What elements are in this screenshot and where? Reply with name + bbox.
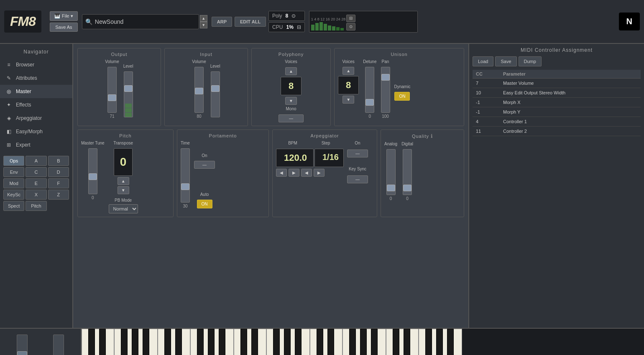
black-key[interactable] bbox=[447, 329, 454, 355]
portamento-time-value: 30 bbox=[183, 204, 187, 208]
ops-btn-ops[interactable]: Ops bbox=[3, 156, 24, 166]
sidebar-item-arpeggiator[interactable]: ◈ Arpeggiator bbox=[0, 112, 72, 125]
output-level-fader[interactable] bbox=[124, 71, 133, 117]
unison-voices-down[interactable]: ▼ bbox=[342, 96, 354, 104]
transpose-up[interactable]: ▲ bbox=[118, 177, 129, 185]
quality-analog-fader[interactable] bbox=[386, 149, 396, 195]
search-down-button[interactable]: ▼ bbox=[200, 22, 207, 28]
black-key[interactable] bbox=[219, 329, 225, 355]
sidebar-item-effects[interactable]: ✦ Effects bbox=[0, 98, 72, 112]
transpose-down[interactable]: ▼ bbox=[118, 186, 129, 194]
midi-table-row[interactable]: 4 Controller 1 bbox=[473, 117, 641, 127]
black-key[interactable] bbox=[404, 329, 410, 355]
black-key[interactable] bbox=[436, 329, 443, 355]
black-key[interactable] bbox=[99, 329, 106, 355]
midi-table-row[interactable]: 10 Easy Edit Output Stereo Width bbox=[473, 88, 641, 98]
portamento-auto-toggle[interactable]: ON bbox=[197, 200, 212, 208]
black-key[interactable] bbox=[393, 329, 399, 355]
ops-btn-f[interactable]: F bbox=[48, 178, 69, 188]
key-sync-btn[interactable]: — bbox=[347, 175, 368, 183]
midi-table-row[interactable]: 7 Master Volume bbox=[473, 79, 641, 88]
edit-all-button[interactable]: EDIT ALL bbox=[235, 17, 266, 27]
black-key[interactable] bbox=[164, 329, 171, 355]
quality-analog-label: Analog bbox=[384, 142, 397, 146]
preset-name-input[interactable] bbox=[82, 14, 199, 29]
black-key[interactable] bbox=[208, 329, 215, 355]
black-key[interactable] bbox=[273, 329, 280, 355]
midi-load-button[interactable]: Load bbox=[473, 56, 493, 66]
black-key[interactable] bbox=[371, 329, 378, 355]
black-key[interactable] bbox=[143, 329, 149, 355]
midi-table-row[interactable]: -1 Morph Y bbox=[473, 107, 641, 117]
sidebar-item-easy-morph[interactable]: ◧ Easy/Morph bbox=[0, 125, 72, 138]
black-key[interactable] bbox=[197, 329, 204, 355]
pb-mode-select[interactable]: Normal Hold bbox=[109, 204, 138, 213]
polyphony-title: Polyphony bbox=[255, 52, 327, 57]
mod-fader[interactable] bbox=[53, 335, 64, 355]
input-volume-fader[interactable] bbox=[194, 67, 204, 113]
ops-btn-env[interactable]: Env bbox=[3, 167, 24, 177]
unison-detune-fader[interactable] bbox=[365, 67, 374, 113]
step-up-btn[interactable]: ▶ bbox=[314, 169, 325, 177]
unison-voices-up[interactable]: ▲ bbox=[342, 67, 354, 75]
sidebar-item-attributes[interactable]: ✎ Attributes bbox=[0, 71, 72, 85]
black-key[interactable] bbox=[360, 329, 367, 355]
black-key[interactable] bbox=[251, 329, 258, 355]
portamento-time-fader[interactable] bbox=[181, 148, 190, 203]
poly-voices-down[interactable]: ▼ bbox=[285, 97, 297, 105]
input-level-fader[interactable] bbox=[211, 71, 220, 117]
black-key[interactable] bbox=[317, 329, 323, 355]
black-key[interactable] bbox=[121, 329, 128, 355]
midi-table-row[interactable]: 11 Controller 2 bbox=[473, 127, 641, 136]
arp-on-btn[interactable]: — bbox=[347, 150, 368, 157]
black-key[interactable] bbox=[349, 329, 356, 355]
master-tune-fader[interactable] bbox=[88, 148, 97, 194]
bpm-down-btn[interactable]: ◀ bbox=[276, 169, 287, 177]
mono-toggle[interactable]: — bbox=[279, 114, 304, 122]
black-key[interactable] bbox=[425, 329, 432, 355]
poly-voices-up[interactable]: ▲ bbox=[285, 67, 297, 75]
ops-btn-pitch[interactable]: Pitch bbox=[26, 201, 46, 211]
midi-dump-button[interactable]: Dump bbox=[519, 56, 542, 66]
unison-pan-fader[interactable] bbox=[381, 67, 390, 113]
keys-container bbox=[82, 329, 644, 355]
quality-info-icon[interactable]: ℹ bbox=[431, 133, 433, 139]
save-as-button[interactable]: Save As bbox=[50, 23, 78, 32]
arp-button[interactable]: ARP bbox=[212, 17, 232, 27]
step-down-btn[interactable]: ◀ bbox=[301, 169, 312, 177]
black-key[interactable] bbox=[295, 329, 302, 355]
black-key[interactable] bbox=[132, 329, 138, 355]
midi-cc-cell: 11 bbox=[473, 127, 500, 136]
ops-btn-e[interactable]: E bbox=[26, 178, 46, 188]
pitch-fader[interactable] bbox=[17, 335, 28, 355]
sidebar-item-browser[interactable]: ≡ Browser bbox=[0, 58, 72, 71]
meter-bar-4 bbox=[324, 24, 327, 30]
output-volume-fader[interactable] bbox=[107, 67, 117, 113]
portamento-panel: Portamento Time 30 On — Auto ON bbox=[177, 129, 269, 217]
black-key[interactable] bbox=[88, 329, 95, 355]
ops-btn-x[interactable]: X bbox=[26, 190, 46, 200]
search-up-button[interactable]: ▲ bbox=[200, 15, 207, 22]
ops-btn-mod[interactable]: Mod bbox=[3, 178, 24, 188]
black-key[interactable] bbox=[327, 329, 334, 355]
file-button[interactable]: 🎹 File ▾ bbox=[50, 11, 78, 21]
ops-btn-d[interactable]: D bbox=[48, 167, 69, 177]
ops-btn-c[interactable]: C bbox=[26, 167, 46, 177]
bpm-up-btn[interactable]: ▶ bbox=[289, 169, 299, 177]
portamento-on-btn[interactable]: — bbox=[194, 161, 215, 169]
black-key[interactable] bbox=[240, 329, 247, 355]
ops-btn-keysc[interactable]: KeySc bbox=[3, 190, 24, 200]
ops-btn-b[interactable]: B bbox=[48, 156, 69, 166]
sidebar-item-expert[interactable]: ⊞ Expert bbox=[0, 138, 72, 152]
midi-table-row[interactable]: -1 Morph X bbox=[473, 98, 641, 107]
ops-btn-a[interactable]: A bbox=[26, 156, 46, 166]
meter-bar-5 bbox=[328, 25, 331, 30]
black-key[interactable] bbox=[175, 329, 182, 355]
ops-btn-z[interactable]: Z bbox=[48, 190, 69, 200]
sidebar-item-master[interactable]: ◎ Master bbox=[0, 85, 72, 98]
midi-save-button[interactable]: Save bbox=[495, 56, 516, 66]
unison-dynamic-toggle[interactable]: ON bbox=[394, 92, 410, 101]
ops-btn-spect[interactable]: Spect bbox=[3, 201, 24, 211]
black-key[interactable] bbox=[284, 329, 291, 355]
quality-digital-fader[interactable] bbox=[403, 149, 412, 195]
